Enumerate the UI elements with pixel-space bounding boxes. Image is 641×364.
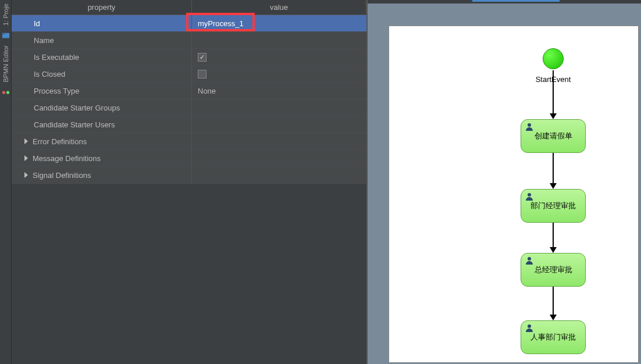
- prop-value: [192, 150, 366, 166]
- prop-value-is-executable[interactable]: ✓: [192, 49, 366, 65]
- prop-value-candidate-groups[interactable]: [192, 99, 366, 116]
- prop-row-candidate-groups[interactable]: Candidate Starter Groups: [12, 99, 366, 116]
- user-icon: [525, 256, 534, 265]
- prop-name: Is Closed: [12, 66, 192, 82]
- task-create-leave[interactable]: 创建请假单: [521, 119, 586, 153]
- properties-panel: property value Id myProcess_1 Name Is Ex…: [12, 0, 366, 364]
- canvas-tabbar: [368, 0, 641, 3]
- prop-row-message-definitions[interactable]: Message Definitions: [12, 150, 366, 167]
- prop-name: Is Executable: [12, 49, 192, 65]
- arrow-head-icon: [550, 183, 557, 189]
- prop-name: Candidate Starter Users: [12, 116, 192, 133]
- user-icon: [525, 122, 534, 131]
- sequence-flow: [553, 153, 554, 184]
- user-icon: [525, 192, 534, 201]
- sequence-flow: [553, 287, 554, 316]
- chevron-right-icon: [24, 172, 28, 178]
- prop-row-name[interactable]: Name: [12, 32, 366, 49]
- chevron-right-icon: [24, 155, 28, 161]
- prop-name: Candidate Starter Groups: [12, 99, 192, 116]
- prop-name: Name: [12, 32, 192, 48]
- task-label: 创建请假单: [535, 131, 572, 141]
- left-tool-tabs: 1: Proje BPMN Editor: [0, 0, 12, 364]
- diagram-canvas[interactable]: StartEvent 创建请假单: [389, 26, 639, 363]
- prop-value-process-type[interactable]: None: [192, 83, 366, 99]
- task-label: 人事部门审批: [530, 332, 576, 342]
- prop-value-name[interactable]: [192, 32, 366, 48]
- prop-row-is-closed[interactable]: Is Closed: [12, 66, 366, 83]
- task-label: 部门经理审批: [530, 201, 576, 211]
- prop-name: Message Definitions: [12, 150, 192, 166]
- svg-rect-1: [2, 33, 5, 35]
- prop-value-candidate-users[interactable]: [192, 116, 366, 133]
- arrow-head-icon: [550, 247, 557, 253]
- checkbox-is-executable[interactable]: ✓: [198, 53, 206, 62]
- chevron-right-icon: [24, 138, 28, 144]
- tab-project[interactable]: 1: Proje: [1, 0, 10, 29]
- sequence-flow: [553, 70, 554, 115]
- label: Error Definitions: [33, 137, 87, 146]
- start-event-circle[interactable]: [543, 48, 564, 69]
- prop-row-signal-definitions[interactable]: Signal Definitions: [12, 167, 366, 184]
- prop-row-candidate-users[interactable]: Candidate Starter Users: [12, 116, 366, 133]
- svg-point-3: [6, 91, 9, 94]
- arrow-head-icon: [550, 113, 557, 119]
- arrow-head-icon: [550, 315, 557, 320]
- svg-point-5: [528, 193, 531, 197]
- prop-name: Id: [12, 15, 192, 31]
- header-property: property: [12, 1, 192, 14]
- prop-name: Error Definitions: [12, 133, 192, 149]
- checkbox-is-closed[interactable]: [198, 70, 206, 78]
- label: Signal Definitions: [33, 171, 91, 180]
- task-dept-manager-approve[interactable]: 部门经理审批: [521, 189, 586, 223]
- prop-row-is-executable[interactable]: Is Executable ✓: [12, 49, 366, 66]
- prop-value: [192, 133, 366, 149]
- task-hr-approve[interactable]: 人事部门审批: [521, 320, 586, 354]
- prop-name: Process Type: [12, 83, 192, 99]
- user-icon: [525, 323, 534, 333]
- prop-row-id[interactable]: Id myProcess_1: [12, 15, 366, 32]
- prop-value-id[interactable]: myProcess_1: [192, 15, 366, 31]
- active-tab-indicator: [472, 0, 560, 2]
- prop-row-error-definitions[interactable]: Error Definitions: [12, 133, 366, 150]
- start-event[interactable]: [543, 48, 564, 69]
- svg-point-7: [528, 324, 531, 328]
- svg-point-4: [528, 123, 531, 127]
- prop-value-is-closed[interactable]: [192, 66, 366, 82]
- svg-point-2: [2, 91, 5, 94]
- sequence-flow: [553, 223, 554, 248]
- id-value-text: myProcess_1: [198, 19, 244, 28]
- tab-bpmn-editor[interactable]: BPMN Editor: [1, 42, 10, 86]
- label: Message Definitions: [33, 154, 101, 163]
- diagram-canvas-wrap: StartEvent 创建请假单: [366, 0, 641, 364]
- bpmn-icon: [2, 88, 10, 97]
- prop-value: [192, 167, 366, 183]
- prop-row-process-type[interactable]: Process Type None: [12, 83, 366, 99]
- task-label: 总经理审批: [535, 265, 572, 275]
- task-general-manager-approve[interactable]: 总经理审批: [521, 253, 586, 287]
- prop-name: Signal Definitions: [12, 167, 192, 183]
- header-value: value: [192, 1, 366, 14]
- properties-header: property value: [12, 0, 366, 15]
- project-icon: [2, 31, 10, 40]
- svg-point-6: [528, 257, 531, 260]
